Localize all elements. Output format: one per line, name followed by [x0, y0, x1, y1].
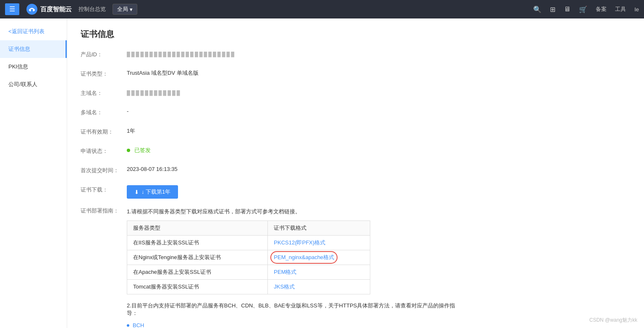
menu-icon: ☰	[9, 5, 15, 13]
download-button[interactable]: ⬇ ↓ 下载第1年	[127, 185, 178, 199]
status-row: 申请状态： 已签发	[81, 147, 458, 158]
watermark: CSDN @wang魅力kk	[589, 317, 637, 324]
pem-nginx-link[interactable]: PEM_nginx&apache格式	[274, 254, 334, 260]
product-id-row: 产品ID： ████████████████████████	[81, 50, 458, 62]
pem-link[interactable]: PEM格式	[274, 269, 296, 275]
submit-time-label: 首次提交时间：	[81, 166, 127, 174]
search-icon[interactable]: 🔍	[533, 5, 542, 13]
status-text: 已签发	[134, 147, 151, 153]
region-dropdown[interactable]: 全局 ▾	[113, 4, 137, 15]
format-pem: PEM格式	[268, 265, 370, 280]
back-to-list[interactable]: <返回证书列表	[0, 23, 67, 40]
multi-domain-value: -	[127, 108, 458, 114]
chevron-down-icon: ▾	[130, 6, 133, 13]
logo-text: 百度智能云	[40, 5, 72, 13]
list-item: BCH	[127, 322, 458, 328]
server-tomcat: Tomcat服务器安装SSL证书	[127, 280, 268, 294]
screen-icon[interactable]: 🖥	[564, 5, 571, 13]
table-row: 在IIS服务器上安装SSL证书 PKCS12(即PFX)格式	[127, 236, 370, 250]
bch-link[interactable]: BCH	[133, 322, 144, 328]
sidebar-item-pki-info[interactable]: PKI信息	[0, 58, 67, 76]
page-title: 证书信息	[81, 29, 631, 40]
server-apache: 在Apache服务器上安装SSL证书	[127, 265, 268, 280]
user-avatar[interactable]: Ie	[634, 6, 639, 13]
domain-label: 主域名：	[81, 89, 127, 97]
table-row: 在Apache服务器上安装SSL证书 PEM格式	[127, 265, 370, 280]
icp-link[interactable]: 备案	[596, 5, 607, 13]
validity-row: 证书有效期： 1年	[81, 127, 458, 139]
topbar: ☰ 百度智能云 控制台总览 全局 ▾ 🔍 ⊞ 🖥 🛒 备案 工具 Ie	[0, 0, 644, 18]
svg-point-2	[33, 10, 34, 11]
table-header-server: 服务器类型	[127, 221, 268, 236]
multi-domain-label: 多域名：	[81, 108, 127, 116]
sidebar-item-cert-info[interactable]: 证书信息	[0, 40, 67, 58]
download-label: 证书下载：	[81, 185, 127, 194]
status-dot	[127, 149, 130, 152]
layout: <返回证书列表 证书信息 PKI信息 公司/联系人 证书信息 产品ID： ███…	[0, 18, 644, 328]
deploy-links-list: BCH CDN BLB BAE专业版	[127, 322, 458, 328]
product-id-label: 产品ID：	[81, 50, 127, 58]
cart-icon[interactable]: 🛒	[579, 5, 587, 13]
deploy-guide-row: 证书部署指南： 1.请根据不同服务器类型下载对应格式证书，部署方式可参考文档链接…	[81, 206, 458, 328]
submit-time-row: 首次提交时间： 2023-08-07 16:13:35	[81, 166, 458, 178]
highlighted-link-container: PEM_nginx&apache格式	[274, 254, 334, 261]
server-iis: 在IIS服务器上安装SSL证书	[127, 236, 268, 250]
product-id-value: ████████████████████████	[127, 50, 458, 57]
tools-link[interactable]: 工具	[615, 5, 626, 13]
pkcs12-link[interactable]: PKCS12(即PFX)格式	[274, 239, 325, 246]
menu-button[interactable]: ☰	[5, 3, 19, 15]
download-value: ⬇ ↓ 下载第1年	[127, 185, 458, 199]
topbar-right: 🔍 ⊞ 🖥 🛒 备案 工具 Ie	[533, 5, 639, 13]
domain-row: 主域名： ████████████	[81, 89, 458, 100]
jks-link[interactable]: JKS格式	[274, 283, 295, 290]
deploy-guide-content: 1.请根据不同服务器类型下载对应格式证书，部署方式可参考文档链接。 服务器类型 …	[127, 208, 458, 328]
status-label: 申请状态：	[81, 147, 127, 155]
server-nginx: 在Nginx或Tengine服务器上安装证书	[127, 250, 268, 265]
main-content: 证书信息 产品ID： ████████████████████████ 证书类型…	[67, 18, 644, 328]
svg-point-1	[29, 10, 31, 11]
download-btn-label: ↓ 下载第1年	[141, 188, 170, 196]
table-header-format: 证书下载格式	[268, 221, 370, 236]
cert-type-value: TrustAsia 域名型DV 单域名版	[127, 69, 458, 77]
deploy-note2: 2.目前平台内支持证书部署的产品服务有BCH、CDN、BLB、BAE专业版和LS…	[127, 302, 458, 317]
domain-value: ████████████	[127, 89, 458, 95]
format-pkcs12: PKCS12(即PFX)格式	[268, 236, 370, 250]
bullet-dot	[127, 324, 129, 327]
cert-format-table: 服务器类型 证书下载格式 在IIS服务器上安装SSL证书 PKCS12(即PFX…	[127, 220, 370, 294]
cert-type-row: 证书类型： TrustAsia 域名型DV 单域名版	[81, 69, 458, 81]
logo: 百度智能云	[26, 3, 72, 15]
form-section: 产品ID： ████████████████████████ 证书类型： Tru…	[81, 50, 458, 328]
validity-label: 证书有效期：	[81, 127, 127, 136]
format-jks: JKS格式	[268, 280, 370, 294]
download-row: 证书下载： ⬇ ↓ 下载第1年	[81, 185, 458, 199]
svg-point-0	[26, 4, 37, 15]
submit-time-value: 2023-08-07 16:13:35	[127, 166, 458, 172]
apps-icon[interactable]: ⊞	[550, 5, 555, 13]
logo-icon	[26, 3, 38, 15]
cert-type-label: 证书类型：	[81, 69, 127, 78]
table-row: Tomcat服务器安装SSL证书 JKS格式	[127, 280, 370, 294]
status-value: 已签发	[127, 147, 458, 154]
multi-domain-row: 多域名： -	[81, 108, 458, 120]
validity-value: 1年	[127, 127, 458, 135]
nav-console[interactable]: 控制台总览	[79, 5, 106, 13]
deploy-note1: 1.请根据不同服务器类型下载对应格式证书，部署方式可参考文档链接。	[127, 208, 458, 215]
sidebar: <返回证书列表 证书信息 PKI信息 公司/联系人	[0, 18, 67, 328]
download-icon: ⬇	[134, 189, 139, 195]
format-pem-nginx: PEM_nginx&apache格式	[268, 250, 370, 265]
table-row: 在Nginx或Tengine服务器上安装证书 PEM_nginx&apache格…	[127, 250, 370, 265]
sidebar-item-company[interactable]: 公司/联系人	[0, 76, 67, 93]
deploy-label: 证书部署指南：	[81, 206, 127, 215]
